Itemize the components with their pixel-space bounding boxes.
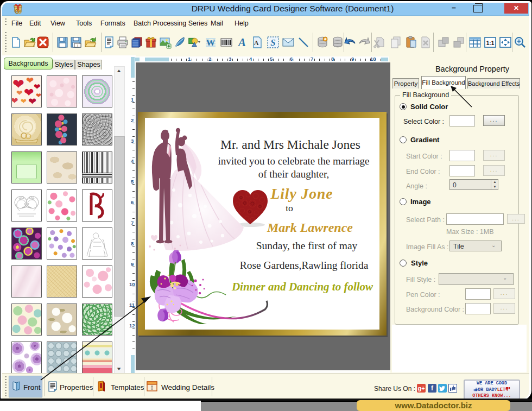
svg-text:W: W [206, 37, 216, 48]
svg-text:1:1: 1:1 [486, 40, 495, 46]
svg-text:S: S [270, 37, 275, 48]
svg-text:A: A [254, 39, 259, 47]
svg-text:A: A [237, 36, 246, 49]
